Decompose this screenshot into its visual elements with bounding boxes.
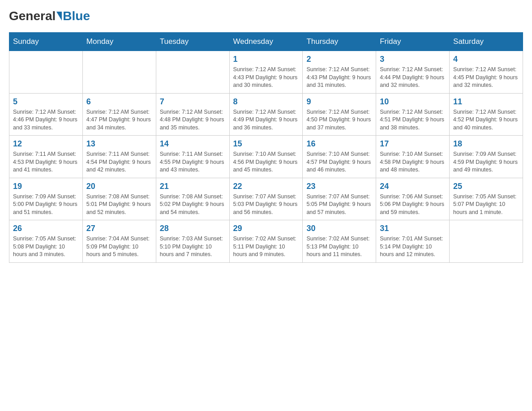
- day-info: Sunrise: 7:03 AM Sunset: 5:10 PM Dayligh…: [160, 235, 226, 259]
- day-number: 26: [13, 224, 79, 233]
- day-number: 31: [380, 224, 446, 233]
- day-info: Sunrise: 7:09 AM Sunset: 5:00 PM Dayligh…: [13, 193, 79, 217]
- calendar-cell: 29Sunrise: 7:02 AM Sunset: 5:11 PM Dayli…: [229, 220, 303, 263]
- day-number: 9: [306, 97, 372, 107]
- calendar-cell: 9Sunrise: 7:12 AM Sunset: 4:50 PM Daylig…: [303, 93, 376, 136]
- calendar-cell: 31Sunrise: 7:01 AM Sunset: 5:14 PM Dayli…: [376, 220, 450, 263]
- logo: General Blue: [9, 9, 90, 23]
- calendar-cell: [9, 51, 83, 94]
- day-number: 28: [160, 224, 226, 233]
- calendar-cell: 17Sunrise: 7:10 AM Sunset: 4:58 PM Dayli…: [376, 136, 450, 178]
- day-number: 24: [380, 182, 446, 191]
- calendar-cell: 15Sunrise: 7:10 AM Sunset: 4:56 PM Dayli…: [229, 136, 303, 178]
- week-row-4: 19Sunrise: 7:09 AM Sunset: 5:00 PM Dayli…: [9, 178, 523, 220]
- day-number: 30: [306, 224, 372, 233]
- weekday-header-friday: Friday: [376, 33, 450, 51]
- weekday-header-monday: Monday: [82, 33, 156, 51]
- calendar-cell: [82, 51, 156, 94]
- day-number: 22: [233, 182, 299, 191]
- day-number: 27: [86, 224, 152, 233]
- day-info: Sunrise: 7:02 AM Sunset: 5:13 PM Dayligh…: [306, 235, 372, 259]
- day-number: 14: [160, 139, 226, 149]
- day-info: Sunrise: 7:06 AM Sunset: 5:06 PM Dayligh…: [380, 193, 446, 217]
- day-info: Sunrise: 7:07 AM Sunset: 5:05 PM Dayligh…: [306, 193, 372, 217]
- calendar-cell: 18Sunrise: 7:09 AM Sunset: 4:59 PM Dayli…: [450, 136, 523, 178]
- week-row-3: 12Sunrise: 7:11 AM Sunset: 4:53 PM Dayli…: [9, 136, 523, 178]
- day-number: 17: [380, 139, 446, 149]
- day-info: Sunrise: 7:12 AM Sunset: 4:52 PM Dayligh…: [453, 108, 519, 132]
- calendar-cell: 12Sunrise: 7:11 AM Sunset: 4:53 PM Dayli…: [9, 136, 83, 178]
- calendar-cell: 26Sunrise: 7:05 AM Sunset: 5:08 PM Dayli…: [9, 220, 83, 263]
- day-number: 3: [380, 55, 446, 64]
- day-info: Sunrise: 7:10 AM Sunset: 4:57 PM Dayligh…: [306, 150, 372, 174]
- calendar-cell: 30Sunrise: 7:02 AM Sunset: 5:13 PM Dayli…: [303, 220, 376, 263]
- day-info: Sunrise: 7:11 AM Sunset: 4:54 PM Dayligh…: [86, 150, 152, 174]
- logo-triangle-icon: [56, 12, 62, 21]
- day-info: Sunrise: 7:09 AM Sunset: 4:59 PM Dayligh…: [453, 150, 519, 174]
- day-info: Sunrise: 7:12 AM Sunset: 4:49 PM Dayligh…: [233, 108, 299, 132]
- calendar-cell: 21Sunrise: 7:08 AM Sunset: 5:02 PM Dayli…: [156, 178, 229, 220]
- weekday-header-sunday: Sunday: [9, 33, 83, 51]
- day-number: 10: [380, 97, 446, 107]
- calendar-cell: 14Sunrise: 7:11 AM Sunset: 4:55 PM Dayli…: [156, 136, 229, 178]
- day-info: Sunrise: 7:08 AM Sunset: 5:02 PM Dayligh…: [160, 193, 226, 217]
- day-number: 5: [13, 97, 79, 107]
- day-info: Sunrise: 7:12 AM Sunset: 4:50 PM Dayligh…: [306, 108, 372, 132]
- calendar-cell: 2Sunrise: 7:12 AM Sunset: 4:43 PM Daylig…: [303, 51, 376, 94]
- day-number: 8: [233, 97, 299, 107]
- day-info: Sunrise: 7:08 AM Sunset: 5:01 PM Dayligh…: [86, 193, 152, 217]
- calendar-cell: 10Sunrise: 7:12 AM Sunset: 4:51 PM Dayli…: [376, 93, 450, 136]
- calendar-cell: 7Sunrise: 7:12 AM Sunset: 4:48 PM Daylig…: [156, 93, 229, 136]
- day-number: 19: [13, 182, 79, 191]
- logo-blue-text: Blue: [63, 9, 90, 23]
- week-row-1: 1Sunrise: 7:12 AM Sunset: 4:43 PM Daylig…: [9, 51, 523, 94]
- calendar-cell: [450, 220, 523, 263]
- day-info: Sunrise: 7:04 AM Sunset: 5:09 PM Dayligh…: [86, 235, 152, 259]
- calendar-cell: 19Sunrise: 7:09 AM Sunset: 5:00 PM Dayli…: [9, 178, 83, 220]
- day-info: Sunrise: 7:02 AM Sunset: 5:11 PM Dayligh…: [233, 235, 299, 259]
- day-number: 21: [160, 182, 226, 191]
- weekday-header-saturday: Saturday: [450, 33, 523, 51]
- logo-general-text: General: [9, 9, 56, 23]
- calendar-cell: 22Sunrise: 7:07 AM Sunset: 5:03 PM Dayli…: [229, 178, 303, 220]
- day-number: 11: [453, 97, 519, 107]
- calendar-cell: 20Sunrise: 7:08 AM Sunset: 5:01 PM Dayli…: [82, 178, 156, 220]
- day-number: 6: [86, 97, 152, 107]
- calendar-cell: 8Sunrise: 7:12 AM Sunset: 4:49 PM Daylig…: [229, 93, 303, 136]
- weekday-header-row: SundayMondayTuesdayWednesdayThursdayFrid…: [9, 33, 523, 51]
- weekday-header-tuesday: Tuesday: [156, 33, 229, 51]
- day-number: 16: [306, 139, 372, 149]
- calendar-cell: 27Sunrise: 7:04 AM Sunset: 5:09 PM Dayli…: [82, 220, 156, 263]
- calendar-cell: 16Sunrise: 7:10 AM Sunset: 4:57 PM Dayli…: [303, 136, 376, 178]
- day-info: Sunrise: 7:10 AM Sunset: 4:58 PM Dayligh…: [380, 150, 446, 174]
- day-info: Sunrise: 7:05 AM Sunset: 5:08 PM Dayligh…: [13, 235, 79, 259]
- day-number: 23: [306, 182, 372, 191]
- day-info: Sunrise: 7:12 AM Sunset: 4:47 PM Dayligh…: [86, 108, 152, 132]
- day-info: Sunrise: 7:12 AM Sunset: 4:45 PM Dayligh…: [453, 66, 519, 90]
- page-header: General Blue: [9, 9, 523, 23]
- calendar-cell: 11Sunrise: 7:12 AM Sunset: 4:52 PM Dayli…: [450, 93, 523, 136]
- day-info: Sunrise: 7:12 AM Sunset: 4:51 PM Dayligh…: [380, 108, 446, 132]
- day-number: 12: [13, 139, 79, 149]
- calendar-cell: 24Sunrise: 7:06 AM Sunset: 5:06 PM Dayli…: [376, 178, 450, 220]
- day-number: 7: [160, 97, 226, 107]
- calendar-cell: 5Sunrise: 7:12 AM Sunset: 4:46 PM Daylig…: [9, 93, 83, 136]
- calendar-cell: 4Sunrise: 7:12 AM Sunset: 4:45 PM Daylig…: [450, 51, 523, 94]
- weekday-header-thursday: Thursday: [303, 33, 376, 51]
- day-info: Sunrise: 7:11 AM Sunset: 4:55 PM Dayligh…: [160, 150, 226, 174]
- week-row-5: 26Sunrise: 7:05 AM Sunset: 5:08 PM Dayli…: [9, 220, 523, 263]
- calendar-cell: 3Sunrise: 7:12 AM Sunset: 4:44 PM Daylig…: [376, 51, 450, 94]
- calendar-cell: [156, 51, 229, 94]
- day-info: Sunrise: 7:01 AM Sunset: 5:14 PM Dayligh…: [380, 235, 446, 259]
- day-info: Sunrise: 7:12 AM Sunset: 4:43 PM Dayligh…: [306, 66, 372, 90]
- calendar-cell: 25Sunrise: 7:05 AM Sunset: 5:07 PM Dayli…: [450, 178, 523, 220]
- day-info: Sunrise: 7:12 AM Sunset: 4:46 PM Dayligh…: [13, 108, 79, 132]
- day-info: Sunrise: 7:11 AM Sunset: 4:53 PM Dayligh…: [13, 150, 79, 174]
- day-number: 4: [453, 55, 519, 64]
- calendar-table: SundayMondayTuesdayWednesdayThursdayFrid…: [9, 32, 523, 263]
- day-info: Sunrise: 7:12 AM Sunset: 4:48 PM Dayligh…: [160, 108, 226, 132]
- day-info: Sunrise: 7:12 AM Sunset: 4:43 PM Dayligh…: [233, 66, 299, 90]
- day-number: 18: [453, 139, 519, 149]
- day-number: 2: [306, 55, 372, 64]
- calendar-cell: 13Sunrise: 7:11 AM Sunset: 4:54 PM Dayli…: [82, 136, 156, 178]
